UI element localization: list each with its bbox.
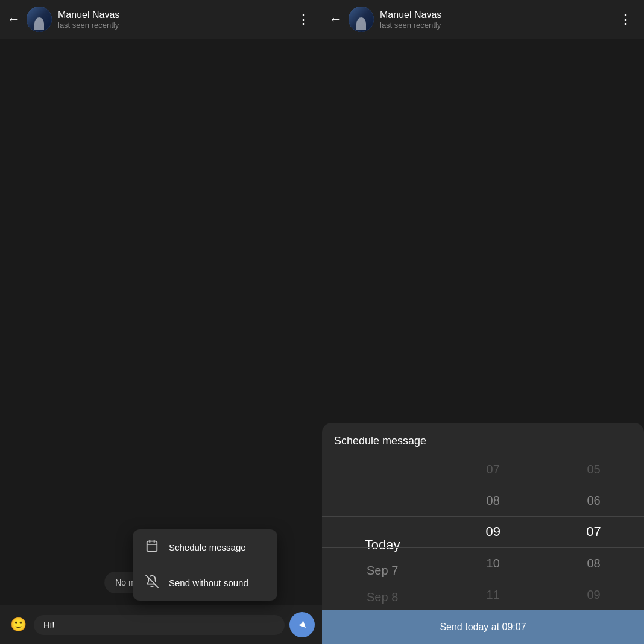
header-menu-left[interactable]: ⋮: [292, 9, 315, 30]
date-item-4: Sep 8: [322, 584, 443, 610]
calendar-icon: [145, 539, 159, 555]
contact-name-left: Manuel Navas: [58, 10, 292, 21]
minute-item-3: 09: [543, 579, 644, 610]
hour-item-0: 07: [443, 453, 543, 485]
date-item-1: [322, 479, 443, 505]
date-item-3: Sep 7: [322, 558, 443, 584]
hour-item-2: 10: [443, 548, 543, 579]
right-panel: ← Manuel Navas last seen recently ⋮ No m…: [322, 0, 644, 644]
hour-item-1: 08: [443, 485, 543, 516]
emoji-icon-left: 🙂: [10, 617, 27, 633]
avatar-left: [27, 7, 52, 32]
minute-item-selected: 07: [543, 516, 644, 548]
hour-item-3: 11: [443, 579, 543, 610]
header-menu-right[interactable]: ⋮: [614, 9, 637, 30]
context-menu: Schedule message Send without sound: [133, 529, 277, 601]
schedule-dialog: Schedule message Today Sep 7 Sep 8 07 08…: [322, 423, 644, 644]
back-button-left[interactable]: ←: [7, 11, 21, 27]
text-input-wrapper-left: [34, 615, 285, 635]
contact-status-right: last seen recently: [380, 21, 614, 30]
send-button-left[interactable]: ➤: [289, 612, 315, 637]
left-panel: ← Manuel Navas last seen recently ⋮ No m…: [0, 0, 322, 644]
context-menu-schedule[interactable]: Schedule message: [133, 529, 277, 565]
minute-item-0: 05: [543, 453, 644, 485]
left-header: ← Manuel Navas last seen recently ⋮: [0, 0, 322, 39]
minute-item-2: 08: [543, 548, 644, 579]
right-header: ← Manuel Navas last seen recently ⋮: [322, 0, 644, 39]
contact-status-left: last seen recently: [58, 21, 292, 30]
hour-picker-column[interactable]: 07 08 09 10 11: [443, 453, 543, 610]
hour-item-selected: 09: [443, 516, 543, 548]
back-button-right[interactable]: ←: [329, 11, 343, 27]
send-without-sound-label: Send without sound: [169, 578, 248, 588]
schedule-send-button[interactable]: Send today at 09:07: [322, 610, 644, 644]
date-item-selected: Today: [322, 532, 443, 558]
chat-area-left: No messages here yet...: [0, 39, 322, 605]
date-item-2: [322, 506, 443, 532]
time-picker[interactable]: Today Sep 7 Sep 8 07 08 09 10 11 05 06 0…: [322, 453, 644, 610]
header-info-left: Manuel Navas last seen recently: [58, 10, 292, 30]
svg-rect-0: [147, 541, 157, 552]
svg-line-4: [146, 575, 158, 587]
minute-item-1: 06: [543, 485, 644, 516]
minute-picker-column[interactable]: 05 06 07 08 09: [543, 453, 644, 610]
date-item-0: [322, 453, 443, 479]
contact-name-right: Manuel Navas: [380, 10, 614, 21]
bell-off-icon: [145, 575, 159, 591]
date-picker-column[interactable]: Today Sep 7 Sep 8: [322, 453, 443, 610]
send-icon-left: ➤: [295, 617, 311, 633]
message-input-left[interactable]: [43, 620, 275, 630]
emoji-button-left[interactable]: 🙂: [7, 614, 29, 636]
schedule-dialog-title: Schedule message: [322, 423, 644, 453]
header-info-right: Manuel Navas last seen recently: [380, 10, 614, 30]
context-menu-silent[interactable]: Send without sound: [133, 565, 277, 601]
avatar-right: [349, 7, 374, 32]
schedule-message-label: Schedule message: [169, 542, 246, 552]
input-area-left: 🙂 ➤: [0, 605, 322, 644]
